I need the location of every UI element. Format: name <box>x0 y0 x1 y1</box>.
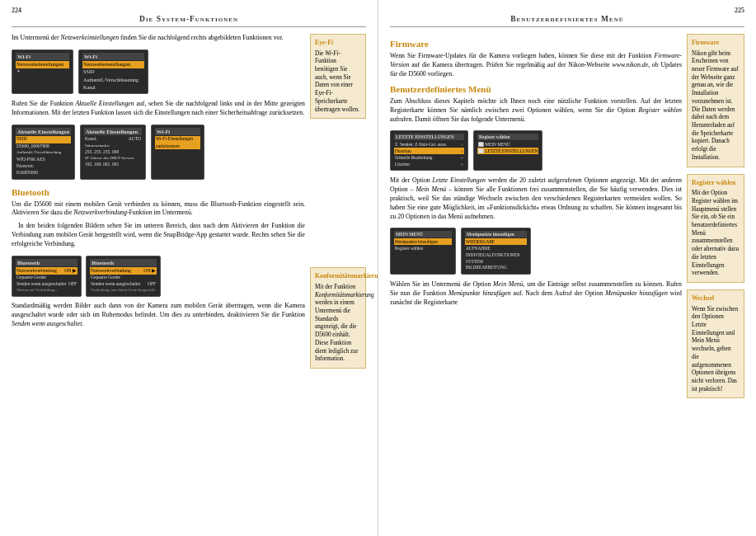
bluetooth-para3: Standardmäßig werden Bilder auch dann vo… <box>12 302 305 329</box>
sidebar-eye-fi-title: Eye-Fi <box>315 39 361 48</box>
bluetooth-para2: In den beiden folgenden Bildern sehen Si… <box>12 222 305 249</box>
right-sidebar: Firmware Nikon gibt beim Erscheinen von … <box>687 34 744 403</box>
screen-bt-2: Bluetooth NetzwerkverbindungON ▶ Gepaart… <box>86 256 161 297</box>
page-header-left: Die System-Funktionen <box>12 15 366 27</box>
para-mein-menu: Wählen Sie im Untermenü die Option Mein … <box>390 280 682 308</box>
para1: Rufen Sie die Funktion Aktuelle Einstell… <box>12 100 305 118</box>
screens-top-row: Wi-Fi Netzwerkeinstellungen ▲ Wi-Fi Netz… <box>12 47 305 96</box>
sidebar-konformitat-title: Konformitätsmarkierung <box>315 272 361 281</box>
page-number-left: 224 <box>12 7 21 14</box>
content-area-left: Im Untermenü der Netzwerkeinstellungen f… <box>12 34 366 374</box>
register-screens: LETZTE EINSTELLUNGEN Z. Senden: Z-Smir-G… <box>390 128 682 173</box>
sidebar-register-wahlen-text: Mit der Option Register wählen im Hauptm… <box>692 190 739 276</box>
screen-menupunkte: Menüpunkte hinzufügen WIEDERGABE AUFNAHM… <box>461 228 531 274</box>
screen-wifi-1: Wi-Fi Netzwerkeinstellungen ▲ <box>12 49 73 94</box>
bluetooth-para1: Um die D5600 mit einem mobilen Gerät ver… <box>12 200 305 219</box>
custom-menu-heading: Benutzerdefiniertes Menü <box>390 84 682 94</box>
sidebar-eye-fi-text: Die Wi-Fi-Funktion benötigen Sie auch, w… <box>315 50 359 113</box>
screen-bt-1: Bluetooth NetzwerkverbindungON ▶ Gepaart… <box>12 256 82 297</box>
left-main: Im Untermenü der Netzwerkeinstellungen f… <box>12 34 305 374</box>
page-header-right: Benutzerdefiniertes Menü <box>390 15 744 27</box>
intro-para: Im Untermenü der Netzwerkeinstellungen f… <box>12 34 305 43</box>
sidebar-konformitat: Konformitätsmarkierung Mit der Funktion … <box>310 267 366 369</box>
screen-aktuell-1: Aktuelle Einstellungen SSID D5600_000079… <box>12 125 75 180</box>
sidebar-firmware-title: Firmware <box>692 39 740 48</box>
bluetooth-screens: Bluetooth NetzwerkverbindungON ▶ Gepaart… <box>12 253 305 299</box>
screen-letzte-einst: LETZTE EINSTELLUNGEN Z. Senden: Z-Smir-G… <box>390 130 468 171</box>
left-sidebar: Eye-Fi Die Wi-Fi-Funktion benötigen Sie … <box>310 34 366 374</box>
screen-register-wahlen: Register wählen ⬜ MEIN MENÜ ⬜ LETZTE EIN… <box>473 130 542 171</box>
page-left: 224 Die System-Funktionen Im Untermenü d… <box>0 0 378 536</box>
screen-mein-menu: MEIN MENÜ Menüpunkte hinzufügen Register… <box>390 228 456 274</box>
firmware-para: Wenn Sie Firmware-Updates für die Kamera… <box>390 52 682 79</box>
sidebar-eye-fi: Eye-Fi Die Wi-Fi-Funktion benötigen Sie … <box>310 34 366 119</box>
mein-menu-screens: MEIN MENÜ Menüpunkte hinzufügen Register… <box>390 225 682 276</box>
sidebar-wechsel-text: Wenn Sie zwischen den Optionen Letzte Ei… <box>692 306 738 393</box>
sidebar-firmware-text: Nikon gibt beim Erscheinen von neuer Fir… <box>692 50 739 161</box>
screens-middle-row: Aktuelle Einstellungen SSID D5600_000079… <box>12 122 305 182</box>
sidebar-firmware: Firmware Nikon gibt beim Erscheinen von … <box>687 34 744 167</box>
sidebar-register-wahlen: Register wählen Mit der Option Register … <box>687 174 744 283</box>
sidebar-wechsel: Wechsel Wenn Sie zwischen den Optionen L… <box>687 289 744 398</box>
custom-menu-para: Zum Abschluss dieses Kapitels möchte ich… <box>390 97 682 125</box>
screen-wifi-reset: Wi-Fi Wi-Fi-Einstellungen zurücksetzen <box>151 125 204 180</box>
page-number-right: 225 <box>735 7 744 14</box>
book-spread: 224 Die System-Funktionen Im Untermenü d… <box>0 0 756 536</box>
firmware-heading: Firmware <box>390 39 682 49</box>
sidebar-konformitat-text: Mit der Funktion Konformitätsmarkierung … <box>315 284 373 362</box>
right-main: Firmware Wenn Sie Firmware-Updates für d… <box>390 34 682 403</box>
screen-wifi-2: Wi-Fi Netzwerkeinstellungen SSID Authent… <box>78 49 148 94</box>
content-area-right: Firmware Wenn Sie Firmware-Updates für d… <box>390 34 744 403</box>
page-right: 225 Benutzerdefiniertes Menü Firmware We… <box>378 0 756 536</box>
sidebar-wechsel-title: Wechsel <box>692 294 740 303</box>
para-last-settings: Mit der Option Letzte Einstellungen werd… <box>390 176 682 222</box>
bluetooth-heading: Bluetooth <box>12 187 305 197</box>
screen-aktuell-2: Aktuelle Einstellungen Kanal:AUTO Subnet… <box>80 125 146 180</box>
sidebar-register-wahlen-title: Register wählen <box>692 179 740 188</box>
